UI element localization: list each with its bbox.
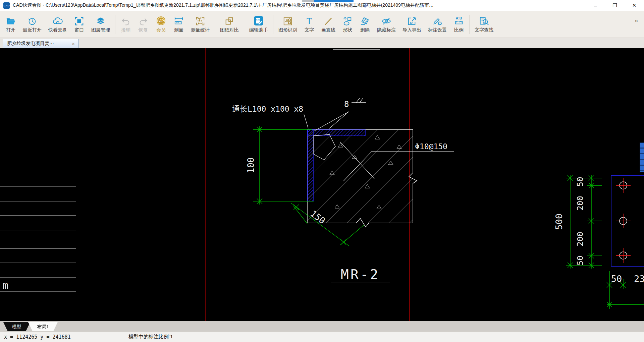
dim-seg-200a-text: 200: [576, 196, 585, 210]
shapes-tool-icon: [342, 15, 353, 26]
toolbar-button-window[interactable]: 窗口: [70, 13, 88, 36]
toolbar-label: 文字: [305, 27, 314, 33]
toolbar-label: 比例: [454, 27, 464, 33]
vertical-scrollbar-thumb[interactable]: [640, 142, 644, 172]
close-button[interactable]: ✕: [625, 0, 644, 11]
minimize-button[interactable]: –: [586, 0, 605, 11]
toolbar-button-import-export[interactable]: 导入导出: [399, 13, 425, 36]
toolbar-button-measure-stats[interactable]: 测量统计: [187, 13, 213, 36]
toolbar-button-drawing-compare[interactable]: 图纸对比: [217, 13, 242, 36]
toolbar-button-annotation-settings[interactable]: 标注设置: [425, 13, 450, 36]
toolbar-label: 标注设置: [428, 27, 447, 33]
toolbar-button-text[interactable]: T 文字: [301, 13, 318, 36]
status-divider: [125, 333, 125, 341]
hide-annotations-icon: [381, 15, 392, 26]
draw-line-icon: [323, 15, 334, 26]
toolbar-divider: [215, 15, 215, 34]
svg-text:VIP: VIP: [158, 19, 164, 23]
toolbar-button-redo[interactable]: 恢复: [135, 13, 152, 36]
toolbar-divider: [469, 15, 470, 34]
toolbar-button-hide-annotations[interactable]: 隐藏标注: [374, 13, 399, 36]
toolbar-label: 撤销: [121, 27, 130, 33]
open-folder-icon: [5, 15, 16, 26]
detail-title-text: MR-2: [341, 267, 380, 282]
toolbar-button-cloud-drive[interactable]: 快看云盘: [45, 13, 70, 36]
toolbar-button-scale[interactable]: A:B 比例: [450, 13, 468, 36]
toolbar-button-delete[interactable]: 删除: [356, 13, 374, 36]
toolbar-label: 打开: [6, 27, 15, 33]
undo-icon: [120, 15, 131, 26]
maximize-button[interactable]: ❐: [605, 0, 625, 11]
svg-text:T: T: [307, 16, 312, 26]
toolbar-label: 导入导出: [402, 27, 421, 33]
toolbar-divider: [244, 15, 244, 34]
main-toolbar: 打开 最近打开 快看云盘 窗口 图层管理 撤销 恢复: [0, 11, 644, 38]
toolbar-label: 文字查找: [475, 27, 493, 33]
toolbar-label: 快看云盘: [48, 27, 67, 33]
drawing-compare-icon: [224, 15, 235, 26]
toolbar-button-edit-assistant[interactable]: CAD 编辑助手: [246, 13, 271, 36]
rebar-label-text: Φ10@150: [415, 142, 447, 151]
toolbar-button-open[interactable]: 打开: [2, 13, 19, 36]
app-icon: CAD: [3, 2, 10, 9]
dim-500-text: 500: [554, 214, 564, 230]
drawing-canvas[interactable]: m: [0, 48, 644, 321]
sheet-tab-model[interactable]: 模型: [3, 322, 30, 331]
dim-bottom-23-text: 23: [634, 274, 644, 284]
bolt-holes: [616, 178, 631, 263]
toolbar-label: 形状: [343, 27, 352, 33]
accent-strip-blue: [314, 0, 354, 2]
left-table-lines: [0, 187, 76, 292]
toolbar-overflow-chevron[interactable]: »: [635, 17, 642, 32]
vip-badge-icon: VIP: [155, 15, 167, 26]
layers-icon: [95, 15, 106, 26]
dim-100-text: 100: [246, 158, 256, 173]
document-tab-bar: 肥乡垃圾发电项目焚··· ×: [0, 38, 644, 48]
import-export-icon: [407, 15, 417, 26]
scale-ratio-icon: A:B: [453, 15, 464, 26]
toolbar-label: 最近打开: [23, 27, 42, 33]
recent-clock-icon: [27, 15, 38, 26]
window-title: CAD快速看图 - C:\Users\123\AppData\Local\Tem…: [13, 2, 434, 8]
measure-stats-icon: [195, 15, 206, 26]
toolbar-label: 图层管理: [91, 27, 110, 33]
toolbar-label: 隐藏标注: [377, 27, 396, 33]
shape-recognition-icon: [282, 15, 293, 26]
cloud-drive-icon: [52, 15, 63, 26]
accent-strip-gray: [302, 0, 314, 2]
toolbar-divider: [115, 15, 115, 34]
toolbar-button-shape-recognition[interactable]: 图形识别: [275, 13, 301, 36]
toolbar-button-text-search[interactable]: A 文字查找: [471, 13, 497, 36]
tab-close-icon[interactable]: ×: [72, 41, 75, 47]
cad-drawing: m: [0, 48, 644, 321]
redo-icon: [138, 15, 149, 26]
title-bar: CAD CAD快速看图 - C:\Users\123\AppData\Local…: [0, 0, 644, 11]
toolbar-button-draw-line[interactable]: 画直线: [318, 13, 339, 36]
toolbar-button-vip[interactable]: VIP 会员: [152, 13, 170, 36]
toolbar-label: 图形识别: [278, 27, 297, 33]
dim-seg-50a-text: 50: [576, 177, 585, 187]
toolbar-button-undo[interactable]: 撤销: [117, 13, 135, 36]
toolbar-label: 窗口: [74, 27, 84, 33]
toolbar-button-measure[interactable]: 测量: [170, 13, 187, 36]
document-tab-label: 肥乡垃圾发电项目焚···: [7, 41, 69, 47]
title-accent-strips: [302, 0, 354, 2]
toolbar-button-shapes[interactable]: 形状: [339, 13, 356, 36]
toolbar-divider: [273, 15, 273, 34]
eraser-icon: [360, 15, 370, 26]
toolbar-label: 测量统计: [191, 27, 210, 33]
document-tab-active[interactable]: 肥乡垃圾发电项目焚··· ×: [3, 39, 78, 48]
edit-assistant-icon: CAD: [253, 15, 264, 26]
sheet-tab-layout1[interactable]: 布局1: [28, 322, 58, 331]
sheet-tab-bar: 模型 布局1: [0, 321, 644, 331]
toolbar-button-layers[interactable]: 图层管理: [88, 13, 113, 36]
window-controls: – ❐ ✕: [586, 0, 644, 11]
toolbar-button-recent[interactable]: 最近打开: [19, 13, 45, 36]
annotation-settings-icon: [432, 15, 443, 26]
text-search-icon: A: [478, 15, 490, 26]
cursor-coordinates: x = 1124265 y = 241681: [4, 334, 125, 340]
toolbar-label: 图纸对比: [220, 27, 239, 33]
status-bar: x = 1124265 y = 241681 模型中的标注比例:1: [0, 331, 644, 342]
concrete-hatch: [308, 130, 413, 223]
toolbar-label: 会员: [156, 27, 166, 33]
